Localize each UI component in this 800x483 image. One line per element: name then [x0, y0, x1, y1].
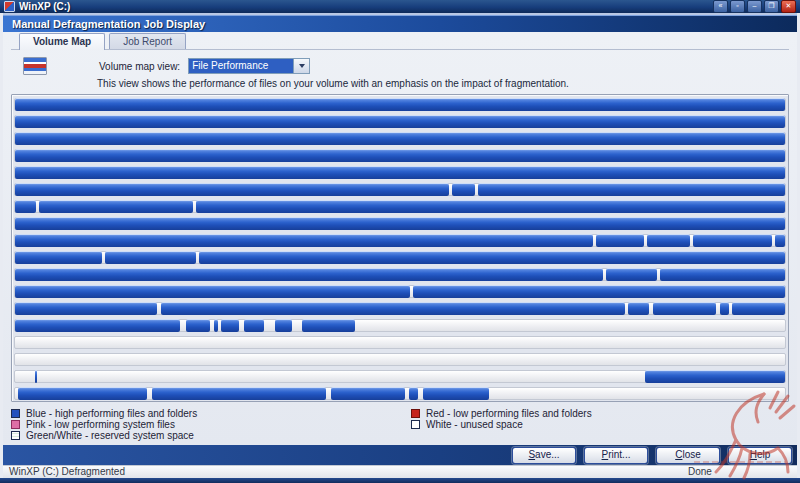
restore-button[interactable]: ❐ [764, 0, 779, 13]
volume-map-row [14, 132, 786, 145]
volume-map-segment [15, 302, 157, 315]
volume-map-row [14, 370, 786, 383]
volume-map-segment [645, 370, 785, 383]
volume-map-segment [199, 251, 785, 264]
volume-map-segment [15, 285, 410, 298]
volume-map-segment [452, 183, 475, 196]
volume-map-row [14, 251, 786, 264]
tab-volume-map[interactable]: Volume Map [19, 33, 105, 50]
view-selector-label: Volume map view: [99, 61, 180, 72]
chevron-down-icon [299, 64, 305, 68]
legend-swatch-white [411, 420, 420, 429]
volume-map-segment [105, 251, 196, 264]
legend-item: Blue - high performing files and folders [11, 408, 411, 418]
legend: Blue - high performing files and folders… [11, 408, 789, 440]
legend-swatch-greenwhite [11, 431, 20, 440]
volume-map-segment [221, 319, 239, 332]
volume-map-segment [647, 234, 690, 247]
volume-map-segment [15, 149, 785, 162]
pin-button[interactable]: « [713, 0, 728, 13]
volume-map-row [14, 353, 786, 366]
volume-map-segment [628, 302, 650, 315]
volume-map-row [14, 302, 786, 315]
volume-map-segment [653, 302, 717, 315]
volume-map-segment [596, 234, 644, 247]
volume-map-icon [23, 57, 47, 75]
volume-map-row [14, 234, 786, 247]
volume-map-row [14, 98, 786, 111]
legend-item: Green/White - reserved system space [11, 430, 411, 440]
view-selector-row: Volume map view: File Performance [11, 57, 789, 75]
volume-map-row [14, 268, 786, 281]
tab-job-report[interactable]: Job Report [109, 33, 186, 49]
combo-dropdown-button[interactable] [293, 59, 309, 73]
volume-map-segment [214, 319, 218, 332]
app-icon [4, 1, 15, 12]
dialog-title: Manual Defragmentation Job Display [12, 18, 205, 30]
tab-strip: Volume MapJob Report [11, 33, 789, 50]
volume-map-segment [18, 387, 147, 400]
volume-map-segment [244, 319, 265, 332]
bottom-frame [0, 478, 800, 483]
legend-column: Blue - high performing files and folders… [11, 408, 411, 440]
legend-column: Red - low performing files and foldersWh… [411, 408, 592, 440]
help-button[interactable]: Help [728, 447, 792, 464]
save-button[interactable]: Save... [512, 447, 576, 464]
legend-swatch-pink [11, 420, 20, 429]
volume-map-segment [15, 234, 593, 247]
volume-map-segment [275, 319, 292, 332]
volume-map-segment [15, 132, 785, 145]
volume-map-row [14, 115, 786, 128]
volume-map-segment [15, 166, 785, 179]
status-done-text: Done [688, 466, 712, 478]
view-description: This view shows the performance of files… [97, 78, 789, 89]
legend-swatch-blue [11, 409, 20, 418]
app-window: WinXP (C:) «▫–❐✕ Manual Defragmentation … [0, 0, 800, 483]
volume-map-segment [161, 302, 625, 315]
legend-label: Green/White - reserved system space [26, 430, 194, 441]
volume-map-segment [423, 387, 489, 400]
volume-map-segment [302, 319, 355, 332]
volume-map-segment [186, 319, 210, 332]
volume-map-row [14, 217, 786, 230]
legend-item: White - unused space [411, 419, 592, 429]
status-bar: WinXP (C:) Defragmented Done [3, 465, 797, 478]
volume-map [11, 94, 789, 402]
volume-map-row [14, 336, 786, 349]
close-button[interactable]: Close [656, 447, 720, 464]
volume-map-segment [39, 200, 193, 213]
minimize-button[interactable]: – [747, 0, 762, 13]
print-button[interactable]: Print... [584, 447, 648, 464]
volume-map-segment [15, 183, 449, 196]
volume-map-segment [35, 370, 37, 383]
legend-label: Pink - low performing system files [26, 419, 175, 430]
volume-map-view-select[interactable]: File Performance [188, 58, 310, 74]
volume-map-segment [660, 268, 785, 281]
selected-view-value: File Performance [189, 59, 293, 73]
volume-map-segment [152, 387, 326, 400]
volume-map-segment [196, 200, 785, 213]
volume-map-segment [720, 302, 729, 315]
legend-label: Red - low performing files and folders [426, 408, 592, 419]
window-controls: «▫–❐✕ [713, 0, 796, 13]
dialog-content: Volume MapJob Report Volume map view: Fi… [3, 32, 797, 445]
volume-map-row [14, 200, 786, 213]
dialog-header: Manual Defragmentation Job Display [3, 15, 797, 32]
volume-map-segment [693, 234, 772, 247]
close-button[interactable]: ✕ [781, 0, 796, 13]
volume-map-segment [331, 387, 405, 400]
volume-map-row [14, 387, 786, 400]
volume-map-segment [15, 319, 180, 332]
legend-item: Red - low performing files and folders [411, 408, 592, 418]
volume-map-segment [775, 234, 785, 247]
volume-map-segment [478, 183, 785, 196]
volume-map-segment [15, 217, 785, 230]
legend-item: Pink - low performing system files [11, 419, 411, 429]
legend-label: White - unused space [426, 419, 523, 430]
volume-map-row [14, 285, 786, 298]
window-button[interactable]: ▫ [730, 0, 745, 13]
volume-map-segment [606, 268, 658, 281]
legend-label: Blue - high performing files and folders [26, 408, 197, 419]
volume-map-segment [15, 200, 36, 213]
volume-map-segment [409, 387, 417, 400]
